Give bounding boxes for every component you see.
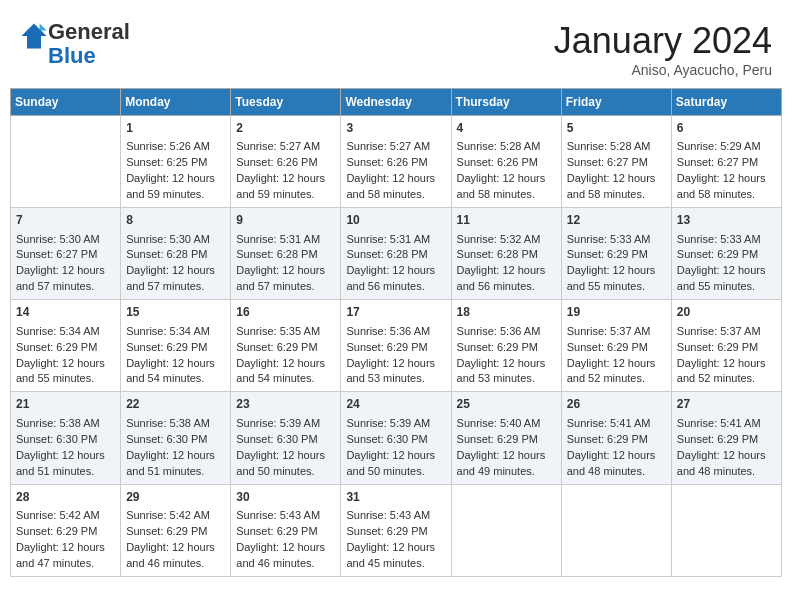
day-number: 6 (677, 120, 776, 137)
month-title: January 2024 (554, 20, 772, 62)
calendar-day-cell: 9Sunrise: 5:31 AM Sunset: 6:28 PM Daylig… (231, 208, 341, 300)
day-info: Sunrise: 5:33 AM Sunset: 6:29 PM Dayligh… (677, 233, 766, 293)
day-number: 17 (346, 304, 445, 321)
day-info: Sunrise: 5:29 AM Sunset: 6:27 PM Dayligh… (677, 140, 766, 200)
title-block: January 2024 Aniso, Ayacucho, Peru (554, 20, 772, 78)
day-number: 28 (16, 489, 115, 506)
calendar-day-cell: 3Sunrise: 5:27 AM Sunset: 6:26 PM Daylig… (341, 116, 451, 208)
day-number: 12 (567, 212, 666, 229)
calendar-day-cell: 14Sunrise: 5:34 AM Sunset: 6:29 PM Dayli… (11, 300, 121, 392)
day-info: Sunrise: 5:26 AM Sunset: 6:25 PM Dayligh… (126, 140, 215, 200)
calendar-day-cell: 20Sunrise: 5:37 AM Sunset: 6:29 PM Dayli… (671, 300, 781, 392)
day-of-week-header: Sunday (11, 89, 121, 116)
day-info: Sunrise: 5:36 AM Sunset: 6:29 PM Dayligh… (346, 325, 435, 385)
svg-marker-1 (40, 23, 47, 30)
day-info: Sunrise: 5:41 AM Sunset: 6:29 PM Dayligh… (677, 417, 766, 477)
calendar-day-cell: 23Sunrise: 5:39 AM Sunset: 6:30 PM Dayli… (231, 392, 341, 484)
logo-icon (20, 22, 48, 50)
calendar-empty-cell (451, 484, 561, 576)
day-of-week-header: Thursday (451, 89, 561, 116)
page-header: General Blue January 2024 Aniso, Ayacuch… (10, 10, 782, 83)
day-number: 18 (457, 304, 556, 321)
day-number: 29 (126, 489, 225, 506)
day-info: Sunrise: 5:28 AM Sunset: 6:27 PM Dayligh… (567, 140, 656, 200)
day-of-week-header: Saturday (671, 89, 781, 116)
calendar-day-cell: 31Sunrise: 5:43 AM Sunset: 6:29 PM Dayli… (341, 484, 451, 576)
calendar-day-cell: 12Sunrise: 5:33 AM Sunset: 6:29 PM Dayli… (561, 208, 671, 300)
calendar-day-cell: 10Sunrise: 5:31 AM Sunset: 6:28 PM Dayli… (341, 208, 451, 300)
day-number: 22 (126, 396, 225, 413)
day-info: Sunrise: 5:34 AM Sunset: 6:29 PM Dayligh… (126, 325, 215, 385)
day-number: 25 (457, 396, 556, 413)
day-info: Sunrise: 5:30 AM Sunset: 6:28 PM Dayligh… (126, 233, 215, 293)
day-info: Sunrise: 5:40 AM Sunset: 6:29 PM Dayligh… (457, 417, 546, 477)
calendar-day-cell: 29Sunrise: 5:42 AM Sunset: 6:29 PM Dayli… (121, 484, 231, 576)
calendar-day-cell: 2Sunrise: 5:27 AM Sunset: 6:26 PM Daylig… (231, 116, 341, 208)
day-number: 15 (126, 304, 225, 321)
calendar-week-row: 1Sunrise: 5:26 AM Sunset: 6:25 PM Daylig… (11, 116, 782, 208)
day-info: Sunrise: 5:30 AM Sunset: 6:27 PM Dayligh… (16, 233, 105, 293)
day-number: 16 (236, 304, 335, 321)
day-number: 1 (126, 120, 225, 137)
logo-blue-text: Blue (48, 43, 96, 68)
day-of-week-header: Tuesday (231, 89, 341, 116)
calendar-header-row: SundayMondayTuesdayWednesdayThursdayFrid… (11, 89, 782, 116)
calendar-day-cell: 27Sunrise: 5:41 AM Sunset: 6:29 PM Dayli… (671, 392, 781, 484)
day-number: 9 (236, 212, 335, 229)
calendar-day-cell: 1Sunrise: 5:26 AM Sunset: 6:25 PM Daylig… (121, 116, 231, 208)
day-number: 2 (236, 120, 335, 137)
day-of-week-header: Monday (121, 89, 231, 116)
day-info: Sunrise: 5:27 AM Sunset: 6:26 PM Dayligh… (236, 140, 325, 200)
calendar-day-cell: 26Sunrise: 5:41 AM Sunset: 6:29 PM Dayli… (561, 392, 671, 484)
calendar-day-cell: 16Sunrise: 5:35 AM Sunset: 6:29 PM Dayli… (231, 300, 341, 392)
calendar-day-cell: 25Sunrise: 5:40 AM Sunset: 6:29 PM Dayli… (451, 392, 561, 484)
calendar-empty-cell (11, 116, 121, 208)
day-number: 19 (567, 304, 666, 321)
day-info: Sunrise: 5:27 AM Sunset: 6:26 PM Dayligh… (346, 140, 435, 200)
calendar-day-cell: 4Sunrise: 5:28 AM Sunset: 6:26 PM Daylig… (451, 116, 561, 208)
day-info: Sunrise: 5:37 AM Sunset: 6:29 PM Dayligh… (677, 325, 766, 385)
calendar-week-row: 14Sunrise: 5:34 AM Sunset: 6:29 PM Dayli… (11, 300, 782, 392)
day-number: 3 (346, 120, 445, 137)
calendar-day-cell: 8Sunrise: 5:30 AM Sunset: 6:28 PM Daylig… (121, 208, 231, 300)
calendar-day-cell: 5Sunrise: 5:28 AM Sunset: 6:27 PM Daylig… (561, 116, 671, 208)
logo-general-text: General (48, 19, 130, 44)
day-info: Sunrise: 5:39 AM Sunset: 6:30 PM Dayligh… (346, 417, 435, 477)
calendar-day-cell: 24Sunrise: 5:39 AM Sunset: 6:30 PM Dayli… (341, 392, 451, 484)
logo: General Blue (20, 20, 130, 68)
day-number: 27 (677, 396, 776, 413)
calendar-day-cell: 7Sunrise: 5:30 AM Sunset: 6:27 PM Daylig… (11, 208, 121, 300)
calendar-day-cell: 11Sunrise: 5:32 AM Sunset: 6:28 PM Dayli… (451, 208, 561, 300)
day-number: 24 (346, 396, 445, 413)
day-info: Sunrise: 5:43 AM Sunset: 6:29 PM Dayligh… (236, 509, 325, 569)
day-info: Sunrise: 5:31 AM Sunset: 6:28 PM Dayligh… (236, 233, 325, 293)
calendar-week-row: 21Sunrise: 5:38 AM Sunset: 6:30 PM Dayli… (11, 392, 782, 484)
calendar-day-cell: 22Sunrise: 5:38 AM Sunset: 6:30 PM Dayli… (121, 392, 231, 484)
calendar-day-cell: 6Sunrise: 5:29 AM Sunset: 6:27 PM Daylig… (671, 116, 781, 208)
day-number: 26 (567, 396, 666, 413)
day-number: 10 (346, 212, 445, 229)
day-info: Sunrise: 5:32 AM Sunset: 6:28 PM Dayligh… (457, 233, 546, 293)
day-number: 20 (677, 304, 776, 321)
day-info: Sunrise: 5:34 AM Sunset: 6:29 PM Dayligh… (16, 325, 105, 385)
day-number: 23 (236, 396, 335, 413)
day-info: Sunrise: 5:36 AM Sunset: 6:29 PM Dayligh… (457, 325, 546, 385)
day-info: Sunrise: 5:28 AM Sunset: 6:26 PM Dayligh… (457, 140, 546, 200)
day-number: 30 (236, 489, 335, 506)
calendar-week-row: 7Sunrise: 5:30 AM Sunset: 6:27 PM Daylig… (11, 208, 782, 300)
day-info: Sunrise: 5:39 AM Sunset: 6:30 PM Dayligh… (236, 417, 325, 477)
calendar-empty-cell (671, 484, 781, 576)
day-info: Sunrise: 5:33 AM Sunset: 6:29 PM Dayligh… (567, 233, 656, 293)
calendar-day-cell: 15Sunrise: 5:34 AM Sunset: 6:29 PM Dayli… (121, 300, 231, 392)
day-number: 14 (16, 304, 115, 321)
day-number: 7 (16, 212, 115, 229)
day-info: Sunrise: 5:43 AM Sunset: 6:29 PM Dayligh… (346, 509, 435, 569)
day-of-week-header: Wednesday (341, 89, 451, 116)
day-of-week-header: Friday (561, 89, 671, 116)
calendar-day-cell: 18Sunrise: 5:36 AM Sunset: 6:29 PM Dayli… (451, 300, 561, 392)
day-number: 13 (677, 212, 776, 229)
day-number: 11 (457, 212, 556, 229)
calendar-table: SundayMondayTuesdayWednesdayThursdayFrid… (10, 88, 782, 577)
day-info: Sunrise: 5:42 AM Sunset: 6:29 PM Dayligh… (16, 509, 105, 569)
day-number: 31 (346, 489, 445, 506)
